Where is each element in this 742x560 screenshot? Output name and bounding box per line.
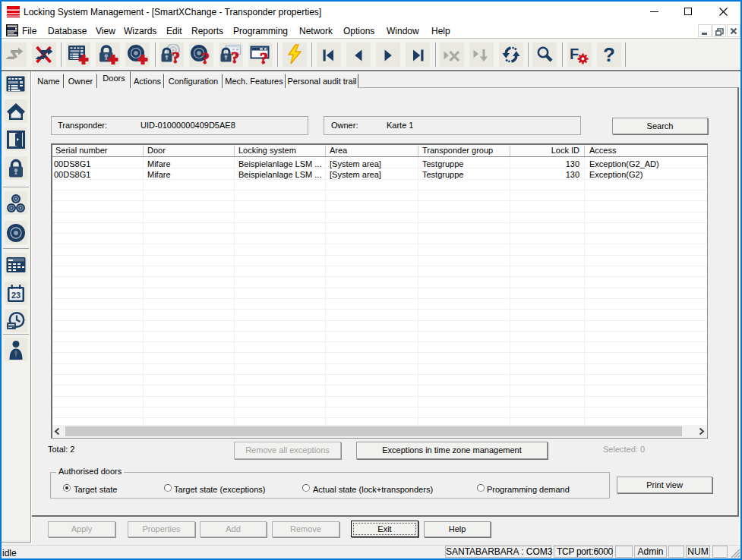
svg-text:?: ? — [231, 48, 239, 65]
svg-text:?: ? — [260, 49, 268, 65]
svg-text:?: ? — [201, 49, 210, 66]
svg-text:?: ? — [172, 48, 180, 65]
svg-text:?: ? — [603, 45, 615, 64]
svg-text:23: 23 — [11, 290, 21, 299]
svg-text:F: F — [570, 46, 579, 62]
